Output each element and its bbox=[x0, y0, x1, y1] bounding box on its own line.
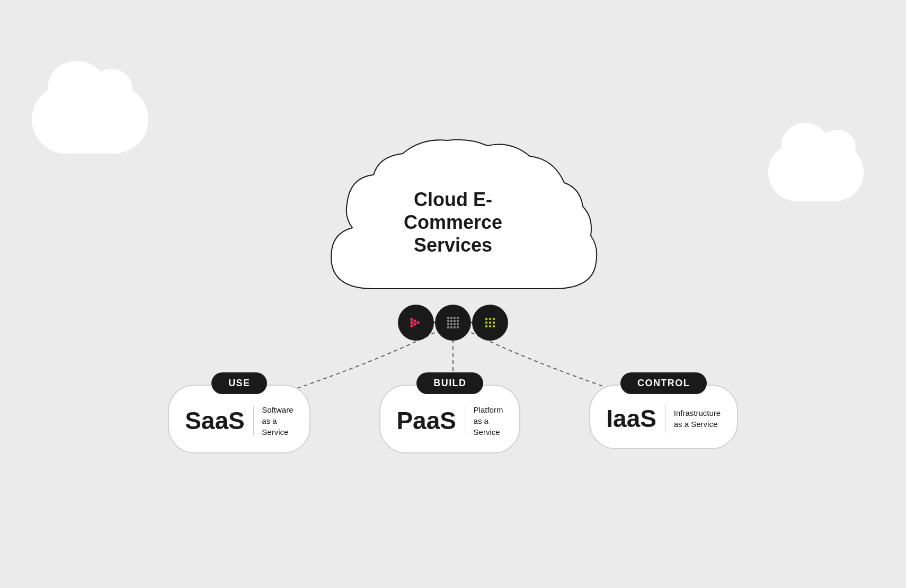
svg-point-25 bbox=[485, 321, 487, 323]
decorative-cloud-right bbox=[768, 143, 864, 201]
iaas-acronym: IaaS bbox=[606, 406, 656, 431]
paas-dot-icon bbox=[445, 314, 461, 331]
svg-point-20 bbox=[454, 326, 456, 328]
svg-point-3 bbox=[413, 319, 416, 323]
iaas-icon-circle bbox=[472, 305, 508, 341]
paas-acronym: PaaS bbox=[396, 408, 456, 433]
iaas-body: IaaS Infrastructure as a Service bbox=[589, 385, 738, 449]
paas-label: BUILD bbox=[416, 372, 483, 394]
iaas-card: CONTROL IaaS Infrastructure as a Service bbox=[589, 372, 738, 449]
svg-point-5 bbox=[416, 321, 420, 324]
svg-point-2 bbox=[410, 324, 413, 327]
svg-point-4 bbox=[413, 323, 416, 326]
svg-point-30 bbox=[493, 325, 495, 327]
saas-description: Software as a Service bbox=[262, 404, 294, 438]
svg-point-8 bbox=[454, 316, 456, 318]
main-scene: Cloud E-Commerce Services bbox=[0, 0, 906, 588]
svg-point-17 bbox=[457, 323, 459, 325]
iaas-description: Infrastructure as a Service bbox=[674, 407, 721, 430]
svg-point-12 bbox=[454, 319, 456, 322]
paas-card: BUILD PaaS Platform as a Service bbox=[379, 372, 520, 453]
paas-description: Platform as a Service bbox=[474, 404, 504, 438]
main-cloud: Cloud E-Commerce Services bbox=[305, 135, 601, 310]
cloud-text: Cloud E-Commerce Services bbox=[379, 188, 527, 257]
saas-card: USE SaaS Software as a Service bbox=[168, 372, 310, 453]
svg-point-29 bbox=[489, 325, 491, 327]
iaas-dot-icon bbox=[482, 314, 499, 331]
svg-point-9 bbox=[457, 316, 459, 318]
iaas-label: CONTROL bbox=[620, 372, 707, 394]
svg-point-0 bbox=[410, 318, 413, 321]
paas-icon-circle bbox=[435, 305, 471, 341]
saas-acronym: SaaS bbox=[185, 408, 245, 433]
svg-point-16 bbox=[454, 323, 456, 325]
svg-point-10 bbox=[447, 319, 449, 322]
diagram-container: Cloud E-Commerce Services bbox=[188, 135, 718, 453]
saas-label: USE bbox=[211, 372, 267, 394]
svg-point-7 bbox=[450, 316, 452, 318]
svg-point-1 bbox=[410, 321, 413, 324]
saas-dot-icon bbox=[407, 314, 424, 331]
iaas-divider bbox=[665, 404, 665, 433]
paas-divider bbox=[465, 406, 465, 435]
svg-point-24 bbox=[493, 317, 495, 319]
svg-point-22 bbox=[485, 317, 487, 319]
svg-point-21 bbox=[457, 326, 459, 328]
svg-point-18 bbox=[447, 326, 449, 328]
svg-point-15 bbox=[450, 323, 452, 325]
svg-point-27 bbox=[493, 321, 495, 323]
svg-point-14 bbox=[447, 323, 449, 325]
icon-row bbox=[398, 305, 508, 341]
svg-point-23 bbox=[489, 317, 491, 319]
svg-point-19 bbox=[450, 326, 452, 328]
svg-point-6 bbox=[447, 316, 449, 318]
decorative-cloud-left bbox=[32, 85, 148, 154]
paas-body: PaaS Platform as a Service bbox=[379, 385, 520, 453]
svg-point-26 bbox=[489, 321, 491, 323]
svg-point-11 bbox=[450, 319, 452, 322]
saas-body: SaaS Software as a Service bbox=[168, 385, 310, 453]
svg-point-13 bbox=[457, 319, 459, 322]
cloud-title: Cloud E-Commerce Services bbox=[379, 188, 527, 257]
saas-icon-circle bbox=[398, 305, 434, 341]
bottom-section: USE SaaS Software as a Service BUILD Paa… bbox=[168, 372, 738, 453]
saas-divider bbox=[253, 406, 254, 435]
svg-point-28 bbox=[485, 325, 487, 327]
